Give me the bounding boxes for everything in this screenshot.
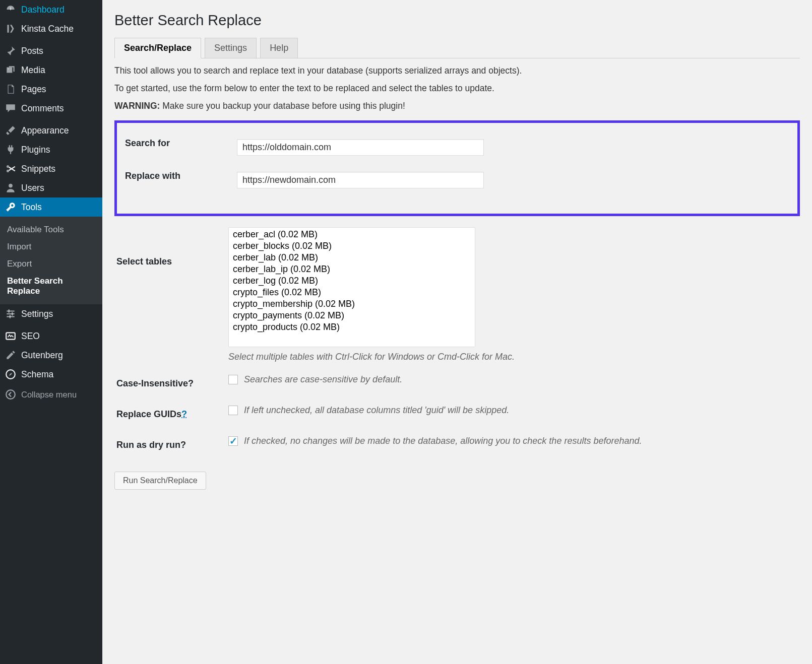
collapse-icon bbox=[5, 389, 16, 400]
collapse-label: Collapse menu bbox=[21, 390, 77, 400]
sidebar-item-gutenberg[interactable]: Gutenberg bbox=[0, 346, 102, 365]
sidebar-item-label: Pages bbox=[21, 84, 46, 95]
svg-rect-11 bbox=[10, 315, 11, 318]
svg-point-3 bbox=[7, 165, 9, 168]
intro-line-1: This tool allows you to search and repla… bbox=[114, 65, 800, 76]
select-tables-input[interactable]: cerber_acl (0.02 MB)cerber_blocks (0.02 … bbox=[228, 227, 475, 347]
sidebar-item-snippets[interactable]: Snippets bbox=[0, 159, 102, 178]
svg-point-1 bbox=[8, 69, 9, 70]
table-option[interactable]: cerber_lab (0.02 MB) bbox=[230, 252, 474, 263]
select-tables-hint: Select multiple tables with Ctrl-Click f… bbox=[228, 352, 797, 362]
sidebar-item-media[interactable]: Media bbox=[0, 60, 102, 80]
user-icon bbox=[5, 182, 16, 193]
sidebar-item-label: Dashboard bbox=[21, 5, 65, 15]
intro-line-2: To get started, use the form below to en… bbox=[114, 83, 800, 94]
media-icon bbox=[5, 64, 16, 76]
dashboard-icon bbox=[5, 4, 16, 15]
table-option[interactable]: cerber_log (0.02 MB) bbox=[230, 275, 474, 287]
case-insensitive-checkbox[interactable] bbox=[228, 375, 238, 384]
replace-with-label: Replace with bbox=[123, 166, 234, 198]
scissors-icon bbox=[5, 163, 16, 174]
dry-run-label: Run as dry run? bbox=[114, 430, 225, 460]
dry-run-checkbox[interactable] bbox=[228, 436, 238, 446]
case-insensitive-label: Case-Insensitive? bbox=[114, 368, 225, 399]
tabs: Search/ReplaceSettingsHelp bbox=[114, 38, 800, 58]
sidebar-item-dashboard[interactable]: Dashboard bbox=[0, 0, 102, 19]
replace-guids-help-link[interactable]: ? bbox=[181, 409, 187, 419]
sidebar-item-schema[interactable]: Schema bbox=[0, 365, 102, 384]
sidebar-item-label: Snippets bbox=[21, 164, 55, 174]
table-option[interactable]: crypto_files (0.02 MB) bbox=[230, 287, 474, 298]
tab-search-replace[interactable]: Search/Replace bbox=[114, 38, 201, 58]
sliders-icon bbox=[5, 308, 16, 319]
comment-icon bbox=[5, 103, 16, 114]
page-title: Better Search Replace bbox=[114, 12, 800, 29]
search-for-input[interactable] bbox=[237, 139, 484, 156]
warning-text: Make sure you backup your database befor… bbox=[160, 101, 405, 111]
table-option[interactable]: crypto_membership (0.02 MB) bbox=[230, 298, 474, 310]
pin-icon bbox=[5, 45, 16, 56]
table-option[interactable]: crypto_products (0.02 MB) bbox=[230, 321, 474, 333]
select-tables-label: Select tables bbox=[114, 221, 225, 368]
sidebar-item-plugins[interactable]: Plugins bbox=[0, 140, 102, 159]
sidebar-item-label: Media bbox=[21, 65, 45, 76]
plug-icon bbox=[5, 144, 16, 155]
table-option[interactable]: cerber_lab_ip (0.02 MB) bbox=[230, 263, 474, 275]
replace-guids-label: Replace GUIDs? bbox=[114, 399, 225, 430]
main-content: Better Search Replace Search/ReplaceSett… bbox=[102, 0, 812, 664]
svg-point-5 bbox=[9, 184, 13, 188]
svg-rect-9 bbox=[9, 309, 10, 313]
sidebar-item-appearance[interactable]: Appearance bbox=[0, 121, 102, 140]
sidebar-item-label: Users bbox=[21, 183, 44, 193]
warning-label: WARNING: bbox=[114, 101, 160, 111]
pencil-icon bbox=[5, 350, 16, 361]
svg-rect-0 bbox=[10, 8, 11, 11]
sidebar-item-label: Plugins bbox=[21, 145, 50, 155]
sidebar-item-label: Schema bbox=[21, 369, 53, 380]
svg-rect-6 bbox=[7, 310, 14, 311]
submenu-item-available-tools[interactable]: Available Tools bbox=[0, 221, 102, 238]
sidebar-item-label: SEO bbox=[21, 331, 40, 342]
run-search-replace-button[interactable]: Run Search/Replace bbox=[114, 472, 206, 490]
tab-help[interactable]: Help bbox=[260, 38, 298, 58]
table-option[interactable]: cerber_acl (0.02 MB) bbox=[230, 229, 474, 240]
sidebar-item-seo[interactable]: SEO bbox=[0, 326, 102, 346]
case-insensitive-hint: Searches are case-sensitive by default. bbox=[244, 374, 402, 385]
dry-run-hint: If checked, no changes will be made to t… bbox=[244, 436, 642, 446]
kinsta-icon bbox=[5, 23, 16, 34]
pages-icon bbox=[5, 84, 16, 95]
sidebar-item-label: Settings bbox=[21, 309, 53, 319]
svg-rect-7 bbox=[7, 313, 14, 314]
sidebar-item-tools[interactable]: Tools bbox=[0, 197, 102, 217]
replace-guids-checkbox[interactable] bbox=[228, 406, 238, 415]
submenu-item-export[interactable]: Export bbox=[0, 255, 102, 273]
sidebar-item-posts[interactable]: Posts bbox=[0, 41, 102, 60]
wrench-icon bbox=[5, 202, 16, 213]
compass-icon bbox=[5, 369, 16, 380]
collapse-menu[interactable]: Collapse menu bbox=[0, 384, 102, 405]
sidebar-item-settings[interactable]: Settings bbox=[0, 304, 102, 323]
sidebar-item-label: Posts bbox=[21, 46, 43, 56]
sidebar-item-pages[interactable]: Pages bbox=[0, 80, 102, 99]
sidebar-item-users[interactable]: Users bbox=[0, 178, 102, 197]
tab-settings[interactable]: Settings bbox=[205, 38, 257, 58]
submenu-item-better-search-replace[interactable]: Better Search Replace bbox=[0, 273, 102, 300]
sidebar-item-kinsta-cache[interactable]: Kinsta Cache bbox=[0, 19, 102, 38]
table-option[interactable]: crypto_payments (0.02 MB) bbox=[230, 310, 474, 321]
search-replace-highlight: Search for Replace with bbox=[114, 120, 800, 216]
sidebar-item-label: Tools bbox=[21, 202, 42, 213]
replace-with-input[interactable] bbox=[237, 172, 484, 188]
sidebar-item-label: Kinsta Cache bbox=[21, 24, 74, 34]
warning-line: WARNING: Make sure you backup your datab… bbox=[114, 101, 800, 111]
svg-rect-2 bbox=[10, 152, 11, 154]
svg-point-14 bbox=[6, 390, 15, 399]
sidebar-item-label: Gutenberg bbox=[21, 350, 63, 361]
brush-icon bbox=[5, 125, 16, 136]
table-option[interactable]: cerber_blocks (0.02 MB) bbox=[230, 240, 474, 252]
sidebar-submenu: Available ToolsImportExportBetter Search… bbox=[0, 217, 102, 304]
replace-guids-hint: If left unchecked, all database columns … bbox=[244, 405, 509, 416]
sidebar-item-label: Appearance bbox=[21, 125, 69, 136]
admin-sidebar: DashboardKinsta CachePostsMediaPagesComm… bbox=[0, 0, 102, 664]
submenu-item-import[interactable]: Import bbox=[0, 238, 102, 255]
sidebar-item-comments[interactable]: Comments bbox=[0, 99, 102, 118]
